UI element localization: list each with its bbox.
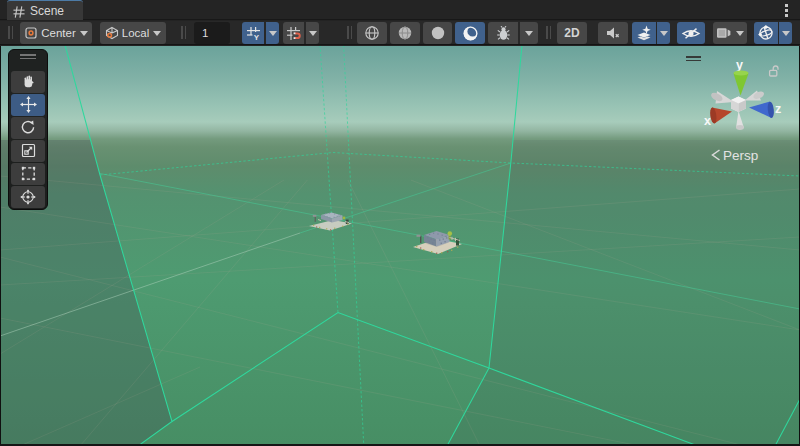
svg-text:x: x [704,114,711,128]
svg-text:Y: Y [253,32,259,40]
svg-text:y: y [736,58,743,72]
svg-text:z: z [775,102,781,116]
